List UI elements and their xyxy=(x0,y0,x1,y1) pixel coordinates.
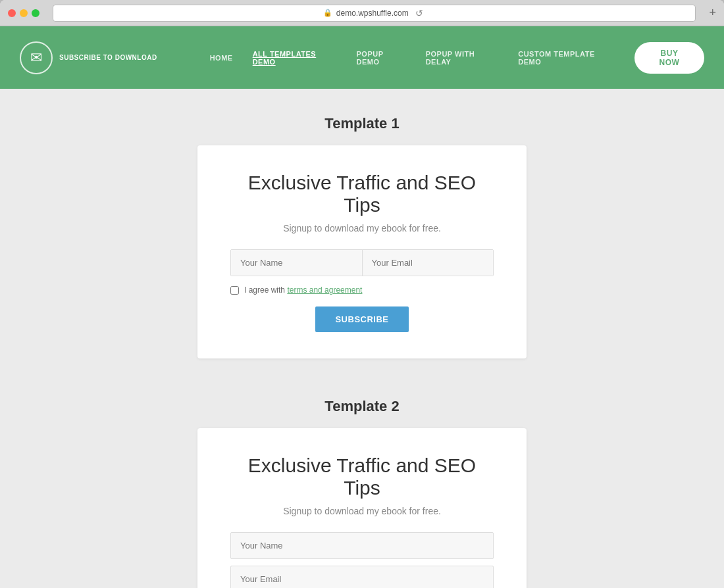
template1-subscribe-button[interactable]: SUBSCRIBE xyxy=(315,306,408,332)
reload-button[interactable]: ↺ xyxy=(413,8,426,18)
template1-name-email-row xyxy=(230,249,494,276)
template2-subtitle: Signup to download my ebook for free. xyxy=(230,506,494,516)
nav-popup-demo[interactable]: POPUP DEMO xyxy=(357,50,406,66)
template1-agree-label: I agree with terms and agreement xyxy=(244,285,362,295)
nav-home[interactable]: HOME xyxy=(210,54,233,62)
nav-links: HOME ALL TEMPLATES DEMO POPUP DEMO POPUP… xyxy=(210,42,704,74)
template2-name-input[interactable] xyxy=(230,532,494,559)
browser-window: 🔒 demo.wpshuffle.com ↺ + ✉ SUBSCRIBE TO … xyxy=(0,0,724,588)
template1-name-input[interactable] xyxy=(231,250,363,276)
template1-section-title: Template 1 xyxy=(13,115,711,132)
template2-inputs xyxy=(230,532,494,588)
site-nav: ✉ SUBSCRIBE TO DOWNLOAD HOME ALL TEMPLAT… xyxy=(0,26,724,89)
address-bar[interactable]: 🔒 demo.wpshuffle.com ↺ xyxy=(53,5,696,22)
close-button[interactable] xyxy=(8,9,16,17)
url-text: demo.wpshuffle.com xyxy=(336,9,409,18)
template2-section-title: Template 2 xyxy=(13,398,711,415)
template2-card-title: Exclusive Traffic and SEO Tips xyxy=(230,454,494,499)
template1-agree-checkbox[interactable] xyxy=(230,286,239,295)
template1-card: Exclusive Traffic and SEO Tips Signup to… xyxy=(197,145,527,358)
traffic-lights xyxy=(8,9,39,17)
template1-terms-link[interactable]: terms and agreement xyxy=(287,285,362,295)
template1-subtitle: Signup to download my ebook for free. xyxy=(230,223,494,233)
template2-email-input[interactable] xyxy=(230,566,494,588)
minimize-button[interactable] xyxy=(20,9,28,17)
page-body: Template 1 Exclusive Traffic and SEO Tip… xyxy=(0,89,724,588)
logo-icon: ✉ xyxy=(20,41,53,74)
buy-now-button[interactable]: BUY NOW xyxy=(634,42,704,74)
maximize-button[interactable] xyxy=(32,9,39,17)
logo-text: SUBSCRIBE TO DOWNLOAD xyxy=(59,53,157,62)
site-content: ✉ SUBSCRIBE TO DOWNLOAD HOME ALL TEMPLAT… xyxy=(0,26,724,588)
template1-agree-row: I agree with terms and agreement xyxy=(230,285,494,295)
lock-icon: 🔒 xyxy=(323,9,332,17)
template1-email-input[interactable] xyxy=(363,250,494,276)
template1-card-title: Exclusive Traffic and SEO Tips xyxy=(230,172,494,216)
browser-titlebar: 🔒 demo.wpshuffle.com ↺ + xyxy=(0,0,724,26)
site-logo: ✉ SUBSCRIBE TO DOWNLOAD xyxy=(20,41,157,74)
nav-custom-template[interactable]: CUSTOM TEMPLATE DEMO xyxy=(518,50,615,66)
nav-all-templates[interactable]: ALL TEMPLATES DEMO xyxy=(253,50,337,66)
nav-popup-delay[interactable]: POPUP WITH DELAY xyxy=(426,50,499,66)
new-tab-button[interactable]: + xyxy=(709,6,716,20)
template2-card: Exclusive Traffic and SEO Tips Signup to… xyxy=(197,428,527,588)
